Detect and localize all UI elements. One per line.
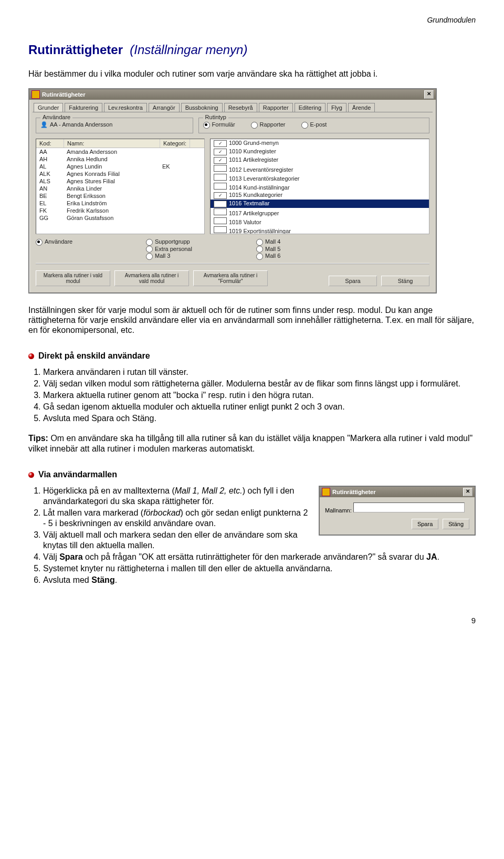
radio-mall-6[interactable]	[256, 253, 263, 260]
radio-e-post[interactable]	[301, 122, 308, 129]
col-kod: Kod:	[36, 139, 64, 148]
table-row[interactable]: AAAmanda Andersson	[36, 148, 204, 155]
bullet-icon	[28, 353, 34, 359]
h1-subtitle: (Inställningar menyn)	[130, 43, 247, 57]
list-item[interactable]: ✓1015 Kundkategorier	[211, 191, 429, 200]
radio-supportgrupp[interactable]	[146, 239, 153, 246]
radio-mall-3[interactable]	[146, 253, 153, 260]
close-icon[interactable]: ✕	[424, 90, 434, 99]
current-user: AA - Amanda Andersson	[50, 121, 112, 128]
tab-resebyrå[interactable]: Resebyrå	[224, 103, 257, 112]
table-row[interactable]: ELErika Lindström	[36, 200, 204, 207]
user-icon	[40, 121, 48, 129]
radio-rapporter[interactable]	[251, 122, 258, 129]
bullet-icon	[28, 472, 34, 478]
dialog-title: Rutinrättigheter	[332, 489, 376, 495]
list-item[interactable]: 1017 Artikelgrupper	[211, 208, 429, 217]
app-icon	[322, 488, 330, 496]
dialog-titlebar: Rutinrättigheter ✕	[320, 487, 475, 497]
list-item[interactable]: 1014 Kund-inställningar	[211, 182, 429, 191]
list-item: Välj Spara och på frågan "OK att ersätta…	[43, 552, 476, 562]
list-item[interactable]: ✓1010 Kundregister	[211, 148, 429, 156]
table-row[interactable]: ALKAgnes Konrads Filial	[36, 170, 204, 177]
table-row[interactable]: AHAnnika Hedlund	[36, 155, 204, 163]
save-button[interactable]: Spara	[329, 276, 377, 286]
list-item: Välj sedan vilken modul som rättighetern…	[43, 379, 476, 389]
table-row[interactable]: ALAgnes LundinEK	[36, 163, 204, 170]
col-namn: Namn:	[64, 139, 160, 148]
anvandare-legend: Användare	[40, 114, 72, 120]
table-row[interactable]: GGGöran Gustafsson	[36, 214, 204, 222]
radio-anvandare-label: Användare	[45, 238, 72, 245]
tab-bussbokning[interactable]: Bussbokning	[181, 103, 223, 112]
tab-fakturering[interactable]: Fakturering	[65, 103, 102, 112]
list-item: Systemet knyter nu rättigheterna i malle…	[43, 563, 476, 574]
dialog-save-button[interactable]: Spara	[412, 519, 438, 529]
window-title: Rutinrättigheter	[42, 91, 86, 98]
tips-paragraph: Tips: Om en användare ska ha tillgång ti…	[28, 433, 476, 454]
page-title: Rutinrättigheter (Inställningar menyn)	[28, 43, 476, 57]
list-item[interactable]: ✓1016 Textmallar	[211, 200, 429, 208]
intro-paragraph: Här bestämmer du i vilka moduler och rut…	[28, 69, 476, 79]
button[interactable]: Avmarkera alla rutiner i vald modul	[114, 270, 189, 286]
user-list[interactable]: Kod: Namn: Kategori: AAAmanda AnderssonA…	[36, 139, 205, 234]
list-item[interactable]: ✓1000 Grund-menyn	[211, 139, 429, 148]
radio-extra-personal[interactable]	[146, 246, 153, 253]
list-item: Markera aktuella rutiner genom att "bock…	[43, 390, 476, 401]
list-item[interactable]: 1012 Leverantörsregister	[211, 164, 429, 173]
close-icon[interactable]: ✕	[463, 488, 472, 496]
tab-arrangör[interactable]: Arrangör	[149, 103, 180, 112]
window-titlebar: Rutinrättigheter ✕	[29, 89, 436, 100]
list-item: Avsluta med Stäng.	[43, 575, 476, 585]
radio-anvandare[interactable]	[36, 239, 43, 246]
table-row[interactable]: BEBengt Eriksson	[36, 192, 204, 200]
module-tabs: GrunderFaktureringLev.reskontraArrangörB…	[29, 100, 436, 112]
mallnamn-input[interactable]	[353, 502, 465, 512]
page-number: 9	[28, 616, 476, 625]
rutin-list[interactable]: ✓1000 Grund-menyn✓1010 Kundregister✓1011…	[210, 139, 429, 234]
button[interactable]: Avmarkera alla rutiner i "Formulär"	[193, 270, 268, 286]
table-row[interactable]: FKFredrik Karlsson	[36, 207, 204, 214]
settings-paragraph: Inställningen sker för varje modul som ä…	[28, 305, 476, 336]
list-item[interactable]: ✓1011 Artikelregister	[211, 156, 429, 164]
tab-lev.reskontra[interactable]: Lev.reskontra	[104, 103, 147, 112]
mallnamn-dialog: Rutinrättigheter ✕ Mallnamn: Spara Stäng	[319, 486, 476, 536]
radio-mall-5[interactable]	[256, 246, 263, 253]
rutinrattigheter-window: Rutinrättigheter ✕ GrunderFaktureringLev…	[28, 88, 437, 294]
close-button[interactable]: Stäng	[381, 276, 429, 286]
rutintyp-legend: Rutintyp	[203, 114, 228, 120]
button[interactable]: Markera alla rutiner i vald modul	[36, 270, 110, 286]
tab-ärende[interactable]: Ärende	[348, 103, 375, 112]
tab-flyg[interactable]: Flyg	[327, 103, 346, 112]
list-item: Markera användaren i rutan till vänster.	[43, 367, 476, 378]
direkt-steps: Markera användaren i rutan till vänster.…	[43, 367, 476, 424]
col-kategori: Kategori:	[160, 139, 190, 148]
tab-editering[interactable]: Editering	[295, 103, 326, 112]
tab-grunder[interactable]: Grunder	[34, 103, 63, 112]
app-icon	[32, 90, 40, 99]
list-item: Gå sedan igenom aktuella moduler och akt…	[43, 402, 476, 412]
list-item: Avsluta med Spara och Stäng.	[43, 413, 476, 424]
table-row[interactable]: ALSAgnes Stures Filial	[36, 177, 204, 185]
dialog-close-button[interactable]: Stäng	[443, 519, 469, 529]
h1-main: Rutinrättigheter	[28, 43, 123, 57]
mallnamn-label: Mallnamn:	[325, 507, 352, 514]
radio-formulär[interactable]	[203, 122, 210, 129]
table-row[interactable]: ANAnnika Linder	[36, 185, 204, 192]
radio-mall-4[interactable]	[256, 239, 263, 246]
section-direkt-title: Direkt på enskild användare	[28, 351, 476, 361]
page-header-module: Grundmodulen	[28, 16, 476, 24]
tab-rapporter[interactable]: Rapporter	[259, 103, 293, 112]
list-item[interactable]: 1018 Valutor	[211, 217, 429, 226]
list-item[interactable]: 1013 Leverantörskategorier	[211, 173, 429, 182]
list-item[interactable]: 1019 Exportinställningar	[211, 226, 429, 234]
section-mall-title: Via användarmallen	[28, 470, 476, 479]
